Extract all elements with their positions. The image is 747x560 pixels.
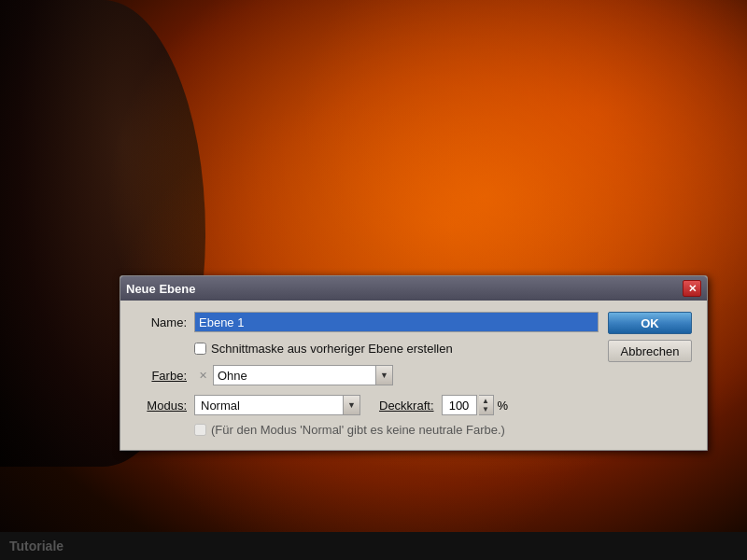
modus-control: Normal Auflösen Abdunkeln Multiplizieren… <box>194 395 360 415</box>
schnittmaske-checkbox[interactable] <box>194 343 206 355</box>
farbe-dropdown-arrow[interactable]: ▼ <box>376 365 393 385</box>
modus-dropdown-arrow[interactable]: ▼ <box>344 395 360 415</box>
neutral-note-row: (Für den Modus 'Normal' gibt es keine ne… <box>194 423 599 437</box>
schnittmaske-label: Schnittmaske aus vorheriger Ebene erstel… <box>211 342 453 356</box>
name-label: Name: <box>135 315 187 329</box>
button-column: OK Abbrechen <box>608 312 692 362</box>
modus-label: Modus: <box>135 399 187 413</box>
neutral-note-text: (Für den Modus 'Normal' gibt es keine ne… <box>211 423 505 437</box>
bottom-bar: Tutoriale <box>0 532 747 560</box>
dialog-body: Name: Schnittmaske aus vorheriger Ebene … <box>120 301 707 450</box>
deckkraft-label: Deckkraft: <box>379 399 434 413</box>
name-row: Name: <box>135 312 599 332</box>
deckkraft-spinner[interactable]: ▲▼ <box>479 395 494 415</box>
neutral-checkbox <box>194 424 206 436</box>
close-button[interactable]: ✕ <box>683 280 701 297</box>
name-input[interactable] <box>194 312 599 332</box>
modus-select[interactable]: Normal Auflösen Abdunkeln Multiplizieren… <box>194 395 344 415</box>
dialog-title: Neue Ebene <box>126 282 195 296</box>
ok-button[interactable]: OK <box>608 312 692 334</box>
schnittmaske-row: Schnittmaske aus vorheriger Ebene erstel… <box>194 342 599 356</box>
farbe-label: Farbe: <box>135 369 187 383</box>
deckkraft-control: ▲▼ <box>440 395 494 415</box>
percent-label: % <box>498 399 509 413</box>
farbe-select[interactable]: Ohne Rot Orange Gelb Grün Blau Violett G… <box>213 365 376 385</box>
cancel-button[interactable]: Abbrechen <box>608 340 692 362</box>
farbe-select-wrapper: ✕ Ohne Rot Orange Gelb Grün Blau Violett… <box>194 365 393 385</box>
farbe-row: Farbe: ✕ Ohne Rot Orange Gelb Grün Blau … <box>135 365 599 385</box>
deckkraft-input[interactable] <box>442 395 477 415</box>
farbe-x-icon: ✕ <box>194 365 211 385</box>
bottom-text: Tutoriale <box>9 539 63 553</box>
neue-ebene-dialog: Neue Ebene ✕ Name: Schnittmaske aus vorh… <box>120 275 708 451</box>
dialog-titlebar: Neue Ebene ✕ <box>120 276 707 301</box>
modus-row: Modus: Normal Auflösen Abdunkeln Multipl… <box>135 395 599 415</box>
